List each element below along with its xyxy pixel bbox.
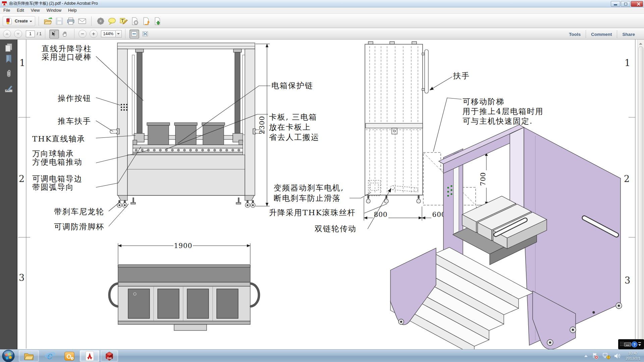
- plan-view: [109, 265, 259, 330]
- delete-page-button[interactable]: [130, 16, 140, 26]
- annotation-pallet: 卡板, 三电箱 放在卡板上 省去人工搬运: [269, 112, 319, 142]
- zoom-level-input[interactable]: 144%: [101, 31, 116, 37]
- ime-language-bar[interactable]: ?: [618, 339, 644, 349]
- restore-button[interactable]: [621, 1, 630, 7]
- annotation-guide-edge: 可调电箱导边 带圆弧导向: [32, 175, 83, 191]
- navigation-pane: [0, 40, 17, 349]
- navigation-toolbar: 1 / 1 144% Tools Comment Share: [0, 28, 644, 40]
- email-button[interactable]: [77, 16, 87, 26]
- zoom-dropdown-button[interactable]: [116, 30, 122, 38]
- menu-file[interactable]: File: [0, 8, 13, 13]
- annotation-cart-handle: 推车扶手: [58, 117, 91, 125]
- bookmarks-button[interactable]: [4, 54, 13, 64]
- outlook-icon: O: [64, 351, 75, 361]
- annotation-motor: 变频器动刹车电机, 断电刹车防止滑落: [274, 183, 344, 203]
- pdf-page[interactable]: 1 2 3 1 2 3: [18, 40, 637, 349]
- hand-tool-button[interactable]: [60, 29, 70, 39]
- chevron-down-icon: [30, 21, 32, 23]
- menu-edit[interactable]: Edit: [13, 8, 28, 13]
- taskbar-outlook-button[interactable]: O: [60, 350, 78, 362]
- pdf-app-icon: [2, 1, 7, 6]
- keyboard-icon[interactable]: [624, 341, 631, 347]
- tray-clock[interactable]: 10:47 2013/2/1: [626, 351, 641, 361]
- front-view: [110, 43, 262, 207]
- annotation-chain-drive: 双链轮传动: [315, 225, 357, 233]
- page-thumbnails-button[interactable]: [4, 43, 13, 52]
- main-toolbar: Create: [0, 14, 644, 28]
- help-icon[interactable]: ?: [631, 341, 638, 348]
- highlight-sign-button[interactable]: [118, 16, 128, 26]
- windows-explorer-icon: [23, 351, 34, 361]
- tab-share[interactable]: Share: [617, 32, 640, 37]
- restore-icon: [624, 3, 627, 5]
- save-button[interactable]: [54, 16, 64, 26]
- tab-comment[interactable]: Comment: [586, 32, 617, 37]
- dim-2300: 2300: [258, 116, 266, 134]
- vertical-scrollbar[interactable]: [637, 40, 644, 349]
- next-page-button[interactable]: [14, 30, 22, 38]
- menu-bar: File Edit View Window Help: [0, 7, 644, 14]
- previous-page-button[interactable]: [3, 30, 11, 38]
- settings-gear-button[interactable]: [96, 16, 106, 26]
- signatures-button[interactable]: [4, 84, 13, 93]
- start-button[interactable]: [1, 349, 15, 362]
- system-tray: 10:47 2013/2/1: [582, 350, 644, 362]
- import-page-button[interactable]: [153, 16, 163, 26]
- zoom-in-button[interactable]: [90, 30, 98, 38]
- drag-handle-icon: [619, 341, 624, 348]
- acrobat-icon: [85, 351, 95, 361]
- network-status-icon[interactable]: [602, 352, 610, 360]
- close-button[interactable]: [631, 1, 643, 7]
- taskbar-solidworks-button[interactable]: SW: [101, 350, 118, 362]
- select-tool-button[interactable]: [49, 29, 59, 39]
- tab-tools[interactable]: Tools: [564, 32, 586, 37]
- acrobat-window: 自动升降推车(带卡板) (2).pdf - Adobe Acrobat Pro …: [0, 0, 644, 362]
- grid-ref: 3: [19, 273, 24, 283]
- menu-help[interactable]: Help: [65, 8, 80, 13]
- annotation-guide-column: 直线升降导柱 采用进口硬棒: [42, 45, 92, 61]
- minimize-icon: [614, 4, 617, 5]
- volume-icon[interactable]: [614, 353, 621, 359]
- taskbar: e O SW 10:47 2013/2/1: [0, 349, 644, 362]
- annotation-protect-chain: 电箱保护链: [271, 81, 313, 90]
- annotation-ball-bearing: 万向球轴承 方便电箱推动: [32, 149, 83, 166]
- fit-page-button[interactable]: [141, 29, 150, 39]
- annotation-screw: 升降采用THK滚珠丝杆: [269, 208, 356, 217]
- open-button[interactable]: [43, 16, 53, 26]
- clock-time: 10:47: [626, 351, 641, 356]
- show-hidden-icons-button[interactable]: [584, 354, 588, 358]
- zoom-out-button[interactable]: [78, 30, 87, 38]
- comment-bubble-button[interactable]: [107, 16, 117, 26]
- page-number-input[interactable]: 1: [26, 31, 35, 37]
- svg-text:?: ?: [633, 342, 636, 346]
- annotation-stairs: 可移动阶梯 用于推上4层电箱时用 可与主机快速固定.: [463, 97, 544, 126]
- annotation-operate-button: 操作按钮: [58, 94, 91, 103]
- minimize-button[interactable]: [611, 1, 620, 7]
- clock-date: 2013/2/1: [626, 356, 641, 361]
- fit-width-button[interactable]: [129, 29, 139, 39]
- title-bar: 自动升降推车(带卡板) (2).pdf - Adobe Acrobat Pro: [0, 0, 644, 7]
- annotation-nylon-wheel: 带刹车尼龙轮: [54, 207, 104, 216]
- menu-view[interactable]: View: [28, 8, 43, 13]
- minimize-toolbar-icon[interactable]: [638, 341, 642, 348]
- dim-1900: 1900: [174, 242, 193, 250]
- annotation-handrail: 扶手: [453, 72, 470, 80]
- grid-ref: 2: [624, 174, 630, 184]
- scroll-up-icon[interactable]: [639, 41, 642, 45]
- create-pdf-icon: [6, 17, 13, 25]
- solidworks-icon: SW: [104, 351, 115, 361]
- menu-window[interactable]: Window: [43, 8, 65, 13]
- grid-ref: 1: [19, 58, 25, 68]
- page-total-label: / 1: [37, 32, 42, 36]
- action-center-flag-icon[interactable]: [592, 352, 599, 360]
- create-button[interactable]: Create: [3, 16, 35, 26]
- export-page-button[interactable]: [141, 16, 151, 26]
- taskbar-acrobat-button[interactable]: [80, 350, 99, 362]
- attachments-button[interactable]: [4, 69, 13, 78]
- taskbar-ie-button[interactable]: e: [41, 350, 59, 362]
- grid-ref: 2: [19, 174, 24, 184]
- scrollbar-thumb[interactable]: [638, 46, 643, 341]
- print-button[interactable]: [66, 16, 76, 26]
- window-title: 自动升降推车(带卡板) (2).pdf - Adobe Acrobat Pro: [9, 1, 98, 6]
- taskbar-explorer-button[interactable]: [19, 350, 39, 362]
